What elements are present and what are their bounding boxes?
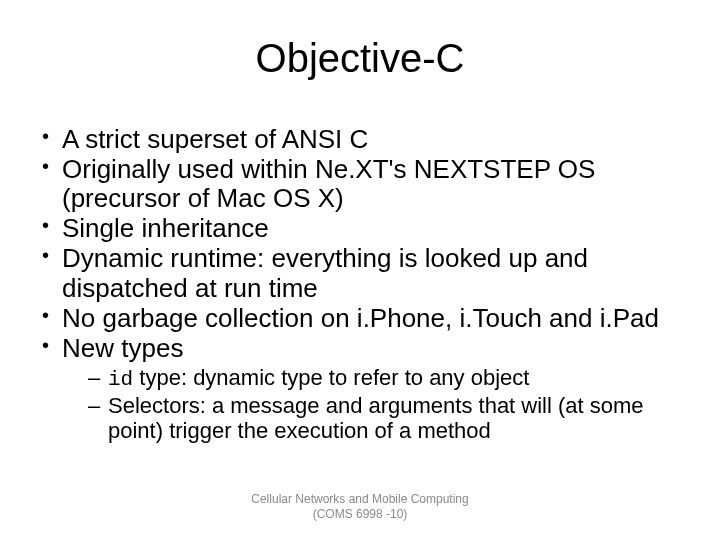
- bullet-list: A strict superset of ANSI C Originally u…: [28, 125, 692, 444]
- slide-title: Objective-C: [28, 36, 692, 81]
- sub-bullet-item: Selectors: a message and arguments that …: [86, 393, 692, 444]
- bullet-text: New types: [62, 333, 183, 363]
- footer-line1: Cellular Networks and Mobile Computing: [0, 492, 720, 507]
- code-text: id: [108, 368, 133, 391]
- sub-bullet-list: id type: dynamic type to refer to any ob…: [62, 365, 692, 444]
- footer-line2: (COMS 6998 -10): [0, 507, 720, 522]
- slide: Objective-C A strict superset of ANSI C …: [0, 0, 720, 540]
- bullet-item: A strict superset of ANSI C: [38, 125, 692, 154]
- bullet-item: New types id type: dynamic type to refer…: [38, 334, 692, 444]
- bullet-item: Originally used within Ne.XT's NEXTSTEP …: [38, 155, 692, 213]
- sub-bullet-item: id type: dynamic type to refer to any ob…: [86, 365, 692, 392]
- bullet-item: Dynamic runtime: everything is looked up…: [38, 244, 692, 302]
- bullet-item: No garbage collection on i.Phone, i.Touc…: [38, 304, 692, 333]
- sub-bullet-text: type: dynamic type to refer to any objec…: [133, 365, 529, 390]
- bullet-item: Single inheritance: [38, 214, 692, 243]
- footer: Cellular Networks and Mobile Computing (…: [0, 492, 720, 522]
